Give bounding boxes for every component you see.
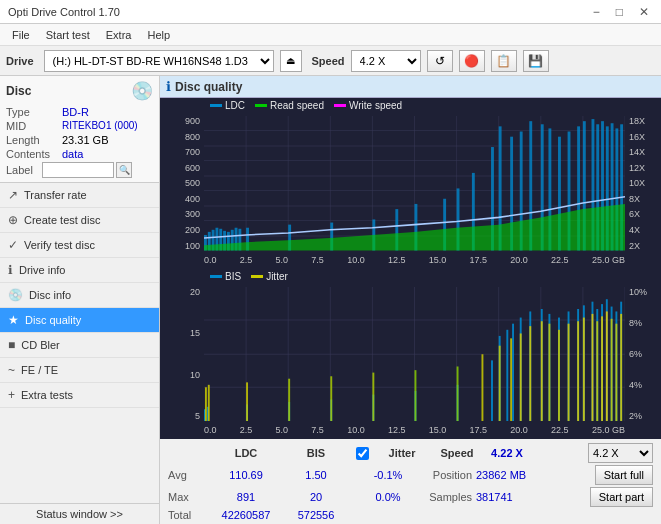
maximize-btn[interactable]: □ (612, 5, 627, 19)
verify-test-disc-icon: ✓ (8, 238, 18, 252)
x-top-225: 22.5 (551, 255, 569, 265)
bottom-chart-svg (204, 287, 625, 422)
col-header-bis: BIS (286, 447, 346, 459)
y-left-400: 400 (185, 194, 200, 204)
y-bot-5: 5 (195, 411, 200, 421)
menu-extra[interactable]: Extra (98, 27, 140, 43)
stats-avg-row: Avg 110.69 1.50 -0.1% Position 23862 MB … (164, 464, 657, 486)
svg-rect-121 (611, 318, 613, 421)
status-window-btn[interactable]: Status window >> (0, 503, 159, 524)
max-jitter: 0.0% (360, 491, 416, 503)
nav-drive-info-label: Drive info (19, 264, 65, 276)
x-top-125: 12.5 (388, 255, 406, 265)
disc-mid-key: MID (6, 120, 62, 132)
dq-icon: ℹ (166, 79, 171, 94)
disc-panel-icon: 💿 (131, 80, 153, 102)
legend-ldc: LDC (210, 100, 245, 111)
legend-read-speed: Read speed (255, 100, 324, 111)
menu-start-test[interactable]: Start test (38, 27, 98, 43)
max-label: Max (168, 491, 206, 503)
start-full-btn[interactable]: Start full (595, 465, 653, 485)
nav-transfer-rate[interactable]: ↗ Transfer rate (0, 183, 159, 208)
nav-disc-info[interactable]: 💿 Disc info (0, 283, 159, 308)
max-bis: 20 (286, 491, 346, 503)
svg-rect-110 (529, 326, 531, 421)
max-samples-label: Samples (416, 491, 476, 503)
total-label: Total (168, 509, 206, 521)
y-left-300: 300 (185, 209, 200, 219)
y-right-8x: 8X (629, 194, 640, 204)
close-btn[interactable]: ✕ (635, 5, 653, 19)
disc-label-search-btn[interactable]: 🔍 (116, 162, 132, 178)
svg-rect-102 (330, 376, 332, 421)
drive-select[interactable]: (H:) HL-DT-ST BD-RE WH16NS48 1.D3 (44, 50, 274, 72)
x-top-100: 10.0 (347, 255, 365, 265)
cd-bler-icon: ■ (8, 338, 15, 352)
y-bot-r-8: 8% (629, 318, 642, 328)
x-top-75: 7.5 (311, 255, 324, 265)
disc-label-input[interactable] (42, 162, 114, 178)
col-header-ldc: LDC (206, 447, 286, 459)
nav-drive-info[interactable]: ℹ Drive info (0, 258, 159, 283)
copy-btn[interactable]: 📋 (491, 50, 517, 72)
svg-rect-119 (601, 316, 603, 421)
y-right-18x: 18X (629, 116, 645, 126)
disc-info-icon: 💿 (8, 288, 23, 302)
y-bot-r-2: 2% (629, 411, 642, 421)
app-title: Opti Drive Control 1.70 (8, 6, 120, 18)
svg-rect-81 (506, 329, 508, 421)
minimize-btn[interactable]: − (589, 5, 604, 19)
svg-rect-99 (208, 384, 210, 421)
speed-select[interactable]: 4.2 X (351, 50, 421, 72)
col-header-speed: Speed (432, 447, 482, 459)
drive-bar: Drive (H:) HL-DT-ST BD-RE WH16NS48 1.D3 … (0, 46, 661, 76)
disc-quality-icon: ★ (8, 313, 19, 327)
nav-create-test-disc[interactable]: ⊕ Create test disc (0, 208, 159, 233)
nav-disc-quality-label: Disc quality (25, 314, 81, 326)
disc-length-key: Length (6, 134, 62, 146)
content-area: ℹ Disc quality 100 200 300 400 500 600 7… (160, 76, 661, 524)
x-top-gb: 25.0 GB (592, 255, 625, 265)
svg-rect-109 (520, 333, 522, 421)
nav-fe-te[interactable]: ~ FE / TE (0, 358, 159, 383)
y-right-10x: 10X (629, 178, 645, 188)
y-left-800: 800 (185, 132, 200, 142)
max-samples-val: 381741 (476, 491, 536, 503)
eject-btn[interactable]: ⏏ (280, 50, 302, 72)
nav-disc-quality[interactable]: ★ Disc quality (0, 308, 159, 333)
erase-btn[interactable]: 🔴 (459, 50, 485, 72)
menu-file[interactable]: File (4, 27, 38, 43)
refresh-btn[interactable]: ↺ (427, 50, 453, 72)
stats-speed-select[interactable]: 4.2 X (588, 443, 653, 463)
x-top-150: 15.0 (429, 255, 447, 265)
drive-label: Drive (6, 55, 34, 67)
svg-rect-114 (568, 323, 570, 421)
fe-te-icon: ~ (8, 363, 15, 377)
x-top-50: 5.0 (276, 255, 289, 265)
x-bot-200: 20.0 (510, 425, 528, 435)
x-top-175: 17.5 (470, 255, 488, 265)
speed-label: Speed (312, 55, 345, 67)
nav-verify-test-disc[interactable]: ✓ Verify test disc (0, 233, 159, 258)
total-bis: 572556 (286, 509, 346, 521)
menu-bar: File Start test Extra Help (0, 24, 661, 46)
svg-rect-115 (577, 321, 579, 421)
nav-extra-tests[interactable]: + Extra tests (0, 383, 159, 408)
save-btn[interactable]: 💾 (523, 50, 549, 72)
nav-cd-bler[interactable]: ■ CD Bler (0, 333, 159, 358)
menu-help[interactable]: Help (139, 27, 178, 43)
jitter-checkbox[interactable] (356, 447, 369, 460)
sidebar: Disc 💿 Type BD-R MID RITEKBO1 (000) Leng… (0, 76, 160, 524)
start-part-btn[interactable]: Start part (590, 487, 653, 507)
x-top-200: 20.0 (510, 255, 528, 265)
nav-disc-info-label: Disc info (29, 289, 71, 301)
disc-mid-val: RITEKBO1 (000) (62, 120, 138, 132)
avg-label: Avg (168, 469, 206, 481)
top-chart-svg (204, 116, 625, 251)
svg-rect-108 (510, 338, 512, 421)
svg-rect-104 (415, 370, 417, 421)
y-right-6x: 6X (629, 209, 640, 219)
y-bot-15: 15 (190, 328, 200, 338)
y-right-16x: 16X (629, 132, 645, 142)
svg-rect-117 (592, 313, 594, 421)
